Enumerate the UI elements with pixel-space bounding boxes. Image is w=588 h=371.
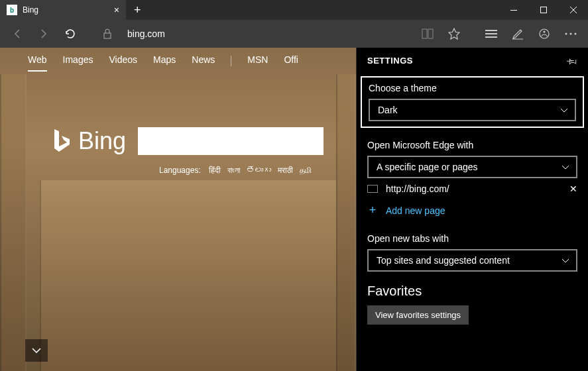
settings-panel: SETTINGS Choose a theme Dark Open Micros… bbox=[356, 48, 588, 371]
remove-page-button[interactable]: ✕ bbox=[569, 184, 577, 194]
add-page-label: Add new page bbox=[386, 205, 445, 216]
chevron-down-icon bbox=[561, 165, 569, 170]
svg-point-9 bbox=[544, 31, 546, 33]
pin-icon bbox=[567, 56, 577, 66]
theme-value: Dark bbox=[378, 105, 398, 115]
share-icon bbox=[538, 28, 550, 40]
more-button[interactable] bbox=[559, 22, 583, 46]
title-bar: b Bing × + bbox=[0, 0, 588, 20]
hub-icon bbox=[485, 29, 497, 38]
bing-search-input[interactable] bbox=[138, 127, 323, 155]
new-tabs-setting: Open new tabs with Top sites and suggest… bbox=[367, 233, 577, 272]
bing-nav-web[interactable]: Web bbox=[28, 54, 47, 72]
svg-point-12 bbox=[575, 33, 577, 35]
forward-arrow-icon bbox=[38, 28, 50, 40]
address-bar[interactable]: bing.com bbox=[127, 28, 413, 39]
bing-logo-icon bbox=[52, 128, 72, 154]
window-minimize-button[interactable] bbox=[499, 0, 528, 20]
open-with-label: Open Microsoft Edge with bbox=[367, 140, 577, 150]
bing-nav-videos[interactable]: Videos bbox=[109, 54, 137, 72]
minimize-icon bbox=[510, 10, 517, 11]
new-tabs-label: Open new tabs with bbox=[367, 233, 577, 244]
lang-link[interactable]: हिंदी bbox=[209, 166, 221, 175]
lang-link[interactable]: తెలుగు bbox=[247, 166, 271, 175]
svg-point-11 bbox=[570, 33, 572, 35]
startup-page-entry: http://bing.com/ ✕ bbox=[367, 178, 577, 199]
bing-logo-text: Bing bbox=[78, 127, 126, 155]
page-icon bbox=[367, 185, 378, 193]
new-tabs-dropdown[interactable]: Top sites and suggested content bbox=[367, 249, 577, 272]
settings-title: SETTINGS bbox=[367, 56, 413, 66]
svg-point-8 bbox=[540, 29, 549, 38]
bing-nav: Web Images Videos Maps News MSN Offi bbox=[0, 54, 356, 72]
back-button[interactable] bbox=[5, 22, 29, 46]
chevron-down-icon bbox=[560, 108, 568, 113]
startup-page-url: http://bing.com/ bbox=[386, 184, 449, 194]
tab-favicon: b bbox=[7, 5, 17, 15]
chevron-down-icon bbox=[561, 258, 569, 263]
open-with-value: A specific page or pages bbox=[377, 162, 478, 172]
lock-icon bbox=[103, 28, 112, 39]
tab-close-icon[interactable]: × bbox=[114, 5, 119, 15]
new-tab-button[interactable]: + bbox=[126, 3, 149, 17]
back-arrow-icon bbox=[11, 28, 23, 40]
bing-languages: Languages: हिंदी বাংলা తెలుగు मराठी தமி bbox=[159, 166, 312, 175]
share-button[interactable] bbox=[532, 22, 556, 46]
expand-button[interactable] bbox=[25, 339, 48, 362]
page-content: Web Images Videos Maps News MSN Offi Bin… bbox=[0, 48, 356, 371]
navigation-bar: bing.com bbox=[0, 20, 588, 48]
pin-button[interactable] bbox=[567, 56, 577, 66]
lang-link[interactable]: বাংলা bbox=[227, 166, 240, 175]
lang-link[interactable]: தமி bbox=[300, 166, 312, 175]
open-with-dropdown[interactable]: A specific page or pages bbox=[367, 156, 577, 178]
bing-nav-news[interactable]: News bbox=[192, 54, 215, 72]
new-tabs-value: Top sites and suggested content bbox=[377, 255, 510, 266]
add-page-link[interactable]: + Add new page bbox=[367, 199, 577, 221]
browser-tab[interactable]: b Bing × bbox=[0, 0, 126, 20]
bing-nav-office[interactable]: Offi bbox=[284, 54, 298, 72]
refresh-icon bbox=[64, 28, 76, 40]
reading-view-button[interactable] bbox=[416, 22, 440, 46]
favorite-button[interactable] bbox=[442, 22, 466, 46]
tab-title: Bing bbox=[23, 5, 38, 15]
theme-setting: Choose a theme Dark bbox=[361, 76, 584, 128]
bing-nav-images[interactable]: Images bbox=[63, 54, 93, 72]
plus-icon: + bbox=[367, 203, 378, 217]
svg-rect-2 bbox=[104, 33, 111, 38]
lang-link[interactable]: मराठी bbox=[278, 166, 293, 175]
theme-label: Choose a theme bbox=[369, 83, 576, 93]
star-icon bbox=[448, 28, 460, 40]
svg-rect-4 bbox=[428, 29, 433, 38]
pen-icon bbox=[512, 28, 524, 40]
bing-logo: Bing bbox=[52, 127, 126, 155]
svg-rect-0 bbox=[510, 10, 517, 11]
close-icon bbox=[570, 7, 577, 13]
svg-rect-1 bbox=[540, 7, 546, 13]
svg-rect-3 bbox=[422, 29, 427, 38]
window-maximize-button[interactable] bbox=[528, 0, 558, 20]
notes-button[interactable] bbox=[506, 22, 530, 46]
hub-button[interactable] bbox=[479, 22, 503, 46]
refresh-button[interactable] bbox=[58, 22, 82, 46]
bing-nav-msn[interactable]: MSN bbox=[247, 54, 268, 72]
window-close-button[interactable] bbox=[558, 0, 588, 20]
bing-nav-maps[interactable]: Maps bbox=[153, 54, 176, 72]
favorites-header: Favorites bbox=[367, 284, 577, 299]
maximize-icon bbox=[540, 7, 547, 13]
chevron-down-icon bbox=[32, 348, 41, 353]
reading-view-icon bbox=[422, 28, 434, 39]
forward-button[interactable] bbox=[32, 22, 56, 46]
view-favorites-button[interactable]: View favorites settings bbox=[367, 305, 469, 325]
languages-label: Languages: bbox=[159, 166, 201, 175]
open-with-setting: Open Microsoft Edge with A specific page… bbox=[367, 140, 577, 221]
svg-point-10 bbox=[565, 33, 567, 35]
theme-dropdown[interactable]: Dark bbox=[369, 99, 576, 121]
site-info-button[interactable] bbox=[95, 22, 119, 46]
more-icon bbox=[565, 32, 577, 35]
